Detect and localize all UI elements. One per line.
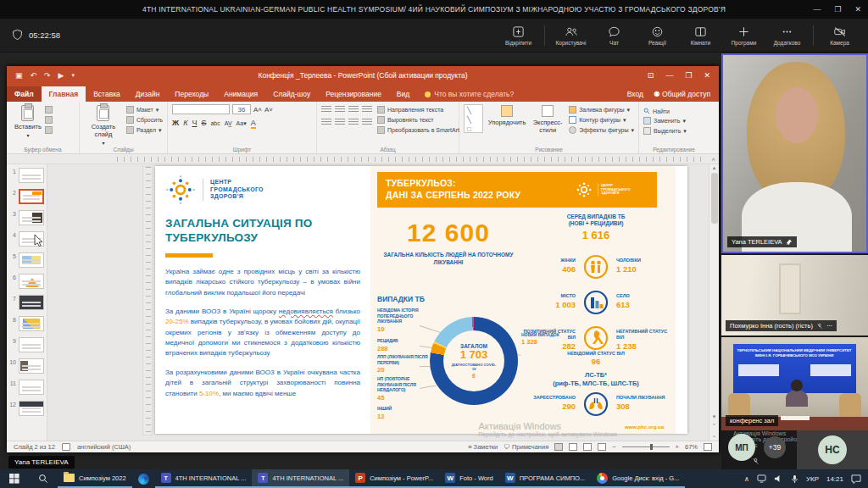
notes-button[interactable]: ≡ Заметки — [468, 443, 498, 451]
align-right-icon[interactable] — [348, 119, 359, 126]
tab-design[interactable]: Дизайн — [128, 86, 168, 102]
italic-button[interactable]: К — [183, 119, 187, 127]
font-name-box[interactable] — [172, 104, 230, 114]
slide-thumbnail-8[interactable]: 8 — [8, 316, 47, 331]
reading-view-icon[interactable] — [583, 443, 592, 451]
avatar-tile-ns[interactable]: НС — [797, 430, 868, 469]
tab-transitions[interactable]: Переходы — [167, 86, 216, 102]
slide-thumbnail-3[interactable]: 3 — [8, 210, 47, 225]
tab-slideshow[interactable]: Слайд-шоу — [265, 86, 318, 102]
network-display-icon[interactable] — [757, 474, 766, 483]
normal-view-icon[interactable] — [554, 443, 563, 451]
share-workbook-button[interactable]: ⚉ Общий доступ — [654, 90, 710, 98]
tab-animations[interactable]: Анимация — [216, 86, 265, 102]
smartart-button[interactable]: Преобразовать в SmartArt — [377, 126, 459, 134]
collapse-ribbon-chevron[interactable]: ˄ — [711, 156, 715, 164]
shape-effects-button[interactable]: Эффекты фигуры ▾ — [569, 126, 634, 134]
save-icon[interactable]: ▣ — [15, 71, 23, 80]
restore-icon[interactable]: ❐ — [834, 5, 841, 14]
taskbar-item[interactable]: T4TH INTERNATIONAL ... — [252, 469, 349, 488]
tray-mic-icon[interactable] — [791, 474, 798, 484]
select-button[interactable]: Выделить ▾ — [643, 127, 704, 135]
align-center-icon[interactable] — [335, 119, 345, 126]
language-indicator[interactable]: УКР — [806, 475, 819, 483]
font-size-box[interactable]: 36 — [232, 104, 251, 114]
notification-icon[interactable] — [851, 474, 861, 484]
strikethrough-button[interactable]: S — [201, 119, 206, 127]
copy-button[interactable] — [45, 116, 53, 124]
shape-fill-button[interactable]: Заливка фигуры ▾ — [569, 106, 634, 114]
shapes-gallery[interactable]: ╲ ╲ □ ○ ▭ △ ◇ ⇩ ( ☆ — [464, 104, 483, 133]
slideshow-view-icon[interactable] — [598, 443, 606, 451]
close-icon[interactable]: ✕ — [854, 5, 861, 14]
change-case-button[interactable]: Aa▾ — [236, 120, 247, 127]
slideshow-icon[interactable]: ▶ — [58, 71, 64, 80]
arrange-button[interactable]: Упорядочить — [487, 104, 526, 127]
slide-thumbnail-7[interactable]: 7 — [8, 295, 47, 310]
fit-slide-icon[interactable] — [704, 443, 712, 451]
zoom-out-icon[interactable]: − — [612, 443, 615, 451]
reactions-button[interactable]: Реакції — [637, 25, 677, 46]
undo-icon[interactable]: ↶ — [31, 71, 37, 80]
char-spacing-button[interactable]: AV̲ — [225, 120, 232, 126]
ppt-close-icon[interactable]: ✕ — [704, 71, 710, 80]
shrink-font-icon[interactable]: A˅ — [264, 106, 273, 114]
tell-me-box[interactable]: Что вы хотите сделать? — [417, 86, 521, 102]
overflow-count-badge[interactable]: +39 — [764, 436, 786, 458]
taskbar-item[interactable]: WПРОГРАМА СИМПО... — [499, 469, 592, 488]
apps-button[interactable]: Програми — [724, 25, 764, 46]
grow-font-icon[interactable]: A˄ — [253, 106, 262, 114]
tab-view[interactable]: Вид — [389, 86, 417, 102]
camera-off-button[interactable]: Камера — [820, 25, 860, 46]
paste-button[interactable]: Вставить▾ — [11, 104, 45, 139]
scroll-down-icon[interactable]: ▾ — [713, 413, 716, 420]
tab-insert[interactable]: Вставка — [86, 86, 128, 102]
start-button[interactable] — [0, 469, 29, 488]
minimize-icon[interactable]: — — [813, 5, 821, 14]
reset-button[interactable]: Сбросить — [126, 116, 163, 124]
taskbar-item[interactable]: PСимпозіум - PowerP... — [349, 469, 439, 488]
underline-button[interactable]: Ч — [192, 119, 197, 127]
replace-button[interactable]: Заменить ▾ — [643, 117, 704, 125]
unpin-button[interactable]: Відкріпити — [498, 25, 538, 46]
tab-home[interactable]: Главная — [42, 86, 86, 102]
zoom-level[interactable]: 67% — [685, 443, 698, 451]
scroll-up-icon[interactable]: ▴ — [713, 164, 716, 171]
zoom-in-icon[interactable]: + — [676, 443, 679, 451]
taskbar-search-button[interactable] — [29, 469, 58, 488]
bold-button[interactable]: Ж — [172, 119, 179, 127]
text-direction-button[interactable]: Направления текста — [377, 106, 459, 114]
format-painter-button[interactable] — [45, 126, 53, 134]
layout-button[interactable]: Макет ▾ — [126, 106, 163, 114]
align-left-icon[interactable] — [321, 119, 331, 126]
slide-thumbnail-9[interactable]: 9 — [8, 337, 47, 352]
slide-indicator[interactable]: Слайд 2 из 12 — [14, 443, 55, 451]
tray-expand-icon[interactable]: ∧ — [744, 475, 749, 483]
align-text-button[interactable]: Выровнять текст — [377, 116, 459, 124]
scrollbar-thumb[interactable] — [711, 173, 718, 224]
volume-icon[interactable] — [774, 474, 783, 483]
taskbar-item[interactable]: Google Диск: вхід - G... — [591, 469, 685, 488]
slide-thumbnail-1[interactable]: 1 — [8, 168, 47, 183]
slide-sorter-icon[interactable] — [569, 443, 577, 451]
sign-in-link[interactable]: Вход — [627, 90, 643, 98]
justify-icon[interactable] — [362, 119, 372, 126]
ppt-restore-icon[interactable]: ❐ — [685, 71, 692, 80]
tab-file[interactable]: Файл — [7, 86, 42, 102]
qat-customize-chevron[interactable]: ▾ — [72, 72, 75, 79]
ppt-minimize-icon[interactable]: — — [665, 71, 673, 80]
taskbar-item[interactable]: Симпозіум 2022 — [58, 469, 132, 488]
taskbar-item[interactable]: WFoto - Word — [439, 469, 498, 488]
chat-button[interactable]: Чат — [594, 25, 634, 46]
rooms-button[interactable]: Кімнати — [681, 25, 721, 46]
slide-thumbnail-2[interactable]: 2 — [8, 189, 47, 204]
spellcheck-icon[interactable] — [62, 443, 70, 451]
new-slide-button[interactable]: Создать слайд▾ — [84, 104, 123, 147]
cut-button[interactable] — [45, 106, 53, 114]
numbering-icon[interactable] — [335, 106, 345, 114]
font-color-button[interactable]: A — [251, 119, 256, 129]
line-spacing-icon[interactable] — [362, 106, 372, 114]
zoom-slider[interactable] — [622, 446, 670, 447]
clock[interactable]: 14:21 — [826, 475, 843, 483]
text-shadow-button[interactable]: abc — [210, 120, 220, 126]
